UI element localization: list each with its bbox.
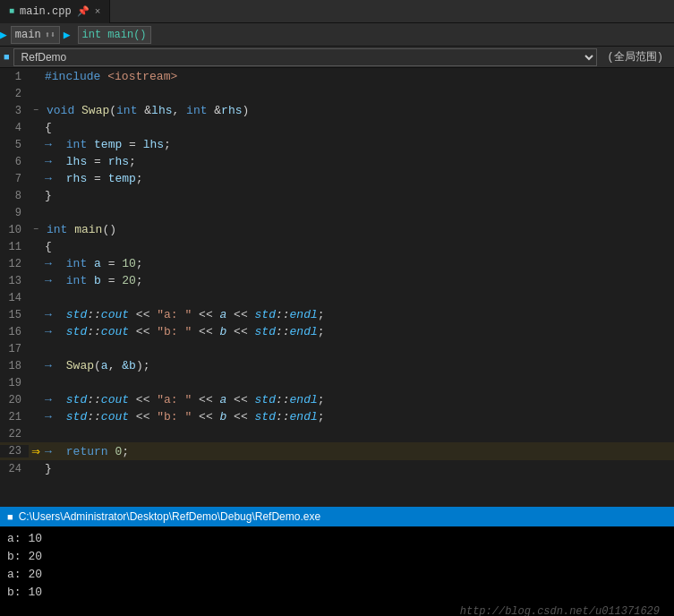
line-content: →return 0; [43, 443, 674, 460]
scope-bar: ■ RefDemo (全局范围) [0, 47, 674, 68]
table-row: 6 →lhs = rhs; [0, 153, 674, 170]
line-number: 15 [0, 309, 29, 321]
line-number: 19 [0, 377, 29, 389]
line-number: 5 [0, 139, 29, 151]
line-content: void Swap(int &lhs, int &rhs) [45, 102, 674, 119]
func-arrow-icon: ▶ [64, 28, 71, 42]
file-icon: ■ [9, 6, 14, 16]
tab-bar: ■ main.cpp 📌 × [0, 0, 674, 23]
table-row: 5 →int temp = lhs; [0, 136, 674, 153]
line-content: #include <iostream> [43, 68, 674, 85]
line-number: 9 [0, 207, 29, 219]
table-row: 4 { [0, 119, 674, 136]
line-number: 18 [0, 360, 29, 372]
status-icon: ■ [7, 511, 13, 522]
table-row: 17 [0, 340, 674, 357]
line-number: 8 [0, 190, 29, 202]
line-content: int main() [45, 221, 674, 238]
console-line: b: 20 [7, 548, 667, 566]
line-content: →int b = 20; [43, 272, 674, 289]
collapse-icon[interactable]: − [29, 106, 43, 116]
table-row: 8 } [0, 187, 674, 204]
table-row: 3 − void Swap(int &lhs, int &rhs) [0, 102, 674, 119]
line-number: 17 [0, 343, 29, 355]
tab-pin: 📌 [77, 5, 90, 17]
line-number: 20 [0, 394, 29, 406]
console-line: a: 20 [7, 566, 667, 584]
line-content: →std::cout << "b: " << b << std::endl; [43, 408, 674, 425]
line-content: →lhs = rhs; [43, 153, 674, 170]
tab-filename: main.cpp [20, 5, 72, 18]
scope-value: main [15, 29, 41, 41]
table-row: 11 { [0, 238, 674, 255]
line-content: →rhs = temp; [43, 170, 674, 187]
line-number: 1 [0, 71, 29, 83]
scope-select[interactable]: RefDemo [13, 48, 597, 66]
toolbar-arrow-icon: ▶ [0, 28, 7, 42]
console-area: a: 10 b: 20 a: 20 b: 10 http://blog.csdn… [0, 526, 674, 616]
line-content: { [43, 119, 674, 136]
line-content: } [43, 460, 674, 477]
func-label: int main() [82, 29, 147, 41]
table-row: 18 →Swap(a, &b); [0, 357, 674, 374]
table-row: 20 →std::cout << "a: " << a << std::endl… [0, 391, 674, 408]
line-content: } [43, 187, 674, 204]
line-number: 23 [0, 445, 29, 458]
status-bar: ■ C:\Users\Administrator\Desktop\RefDemo… [0, 507, 674, 526]
line-content: →int a = 10; [43, 255, 674, 272]
toolbar-row: ▶ main ⬆⬇ ▶ int main() [0, 23, 674, 47]
line-number: 11 [0, 241, 29, 253]
line-content: →int temp = lhs; [43, 136, 674, 153]
console-line: a: 10 [7, 530, 667, 548]
watermark: http://blog.csdn.net/u011371629 [7, 602, 667, 616]
status-path: C:\Users\Administrator\Desktop\RefDemo\D… [19, 510, 320, 523]
line-number: 14 [0, 292, 29, 304]
tab-main-cpp[interactable]: ■ main.cpp 📌 × [0, 0, 110, 23]
scope-spinner: ⬆⬇ [45, 30, 55, 40]
scope-bar-icon: ■ [4, 52, 10, 63]
debug-arrow-marker: ⇒ [29, 442, 43, 460]
line-number: 3 [0, 105, 29, 117]
line-number: 4 [0, 122, 29, 134]
table-row: 22 [0, 425, 674, 442]
line-number: 10 [0, 224, 29, 236]
table-row: 1 #include <iostream> [0, 68, 674, 85]
table-row: 16 →std::cout << "b: " << b << std::endl… [0, 323, 674, 340]
line-number: 13 [0, 275, 29, 287]
line-number: 12 [0, 258, 29, 270]
table-row: 24 } [0, 460, 674, 477]
table-row: 10 − int main() [0, 221, 674, 238]
table-row: 14 [0, 289, 674, 306]
scope-range-label: (全局范围) [601, 49, 670, 64]
line-number: 16 [0, 326, 29, 338]
table-row: 2 [0, 85, 674, 102]
table-row: 12 →int a = 10; [0, 255, 674, 272]
line-content: { [43, 238, 674, 255]
tab-close-button[interactable]: × [95, 6, 101, 17]
table-row: 13 →int b = 20; [0, 272, 674, 289]
table-row: 19 [0, 374, 674, 391]
table-row: 21 →std::cout << "b: " << b << std::endl… [0, 408, 674, 425]
collapse-icon[interactable]: − [29, 225, 43, 235]
line-content: →std::cout << "a: " << a << std::endl; [43, 391, 674, 408]
scope-dropdown[interactable]: main ⬆⬇ [11, 26, 60, 44]
code-area: 1 #include <iostream> 2 3 − void Swap(in… [0, 68, 674, 507]
line-number: 7 [0, 173, 29, 185]
line-number: 24 [0, 463, 29, 475]
table-row: 7 →rhs = temp; [0, 170, 674, 187]
line-number: 2 [0, 88, 29, 100]
line-number: 21 [0, 411, 29, 424]
line-content: →std::cout << "a: " << a << std::endl; [43, 306, 674, 323]
line-number: 22 [0, 428, 29, 441]
console-line: b: 10 [7, 584, 667, 602]
line-number: 6 [0, 156, 29, 168]
table-row: 15 →std::cout << "a: " << a << std::endl… [0, 306, 674, 323]
table-row: 23 ⇒ →return 0; [0, 442, 674, 460]
func-dropdown[interactable]: int main() [78, 26, 151, 44]
line-content: →Swap(a, &b); [43, 357, 674, 374]
line-content: →std::cout << "b: " << b << std::endl; [43, 323, 674, 340]
table-row: 9 [0, 204, 674, 221]
